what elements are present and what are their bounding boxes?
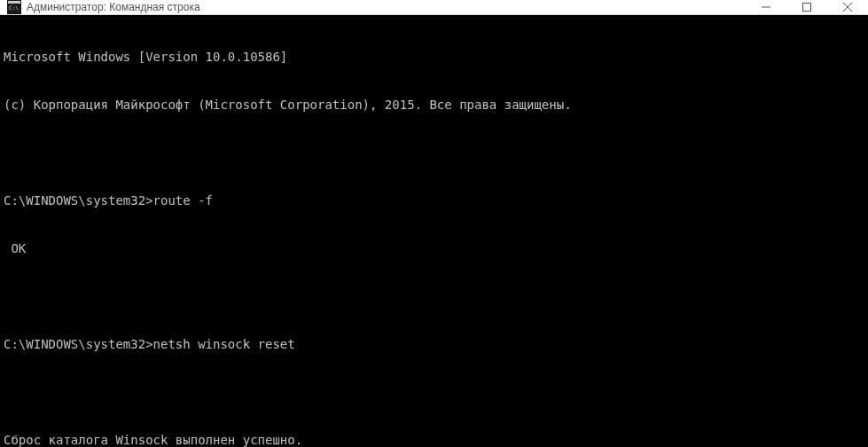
svg-rect-1 bbox=[8, 1, 20, 4]
prompt: C:\WINDOWS\system32> bbox=[4, 192, 153, 208]
banner-line: (c) Корпорация Майкрософт (Microsoft Cor… bbox=[4, 97, 864, 113]
prompt-line: C:\WINDOWS\system32>netsh winsock reset bbox=[4, 336, 864, 352]
command: netsh winsock reset bbox=[153, 336, 295, 352]
svg-rect-4 bbox=[803, 4, 811, 12]
window-controls bbox=[746, 0, 868, 14]
titlebar[interactable]: C:\ Администратор: Командная строка bbox=[0, 0, 868, 15]
maximize-button[interactable] bbox=[786, 0, 827, 14]
command: route -f bbox=[153, 192, 213, 208]
prompt-line: C:\WINDOWS\system32>route -f bbox=[4, 192, 864, 208]
command-prompt-window: C:\ Администратор: Командная строка Micr… bbox=[0, 0, 868, 447]
minimize-button[interactable] bbox=[746, 0, 786, 14]
prompt: C:\WINDOWS\system32> bbox=[4, 336, 153, 352]
output-line: ОК bbox=[4, 240, 864, 256]
blank-line bbox=[4, 145, 864, 161]
output-line: Сброс каталога Winsock выполнен успешно. bbox=[4, 432, 864, 447]
cmd-icon: C:\ bbox=[7, 0, 21, 14]
close-button[interactable] bbox=[827, 0, 868, 14]
banner-line: Microsoft Windows [Version 10.0.10586] bbox=[4, 49, 864, 65]
window-title: Администратор: Командная строка bbox=[27, 1, 746, 13]
blank-line bbox=[4, 288, 864, 304]
svg-text:C:\: C:\ bbox=[9, 4, 19, 11]
blank-line bbox=[4, 384, 864, 400]
console-area[interactable]: Microsoft Windows [Version 10.0.10586] (… bbox=[0, 15, 868, 447]
